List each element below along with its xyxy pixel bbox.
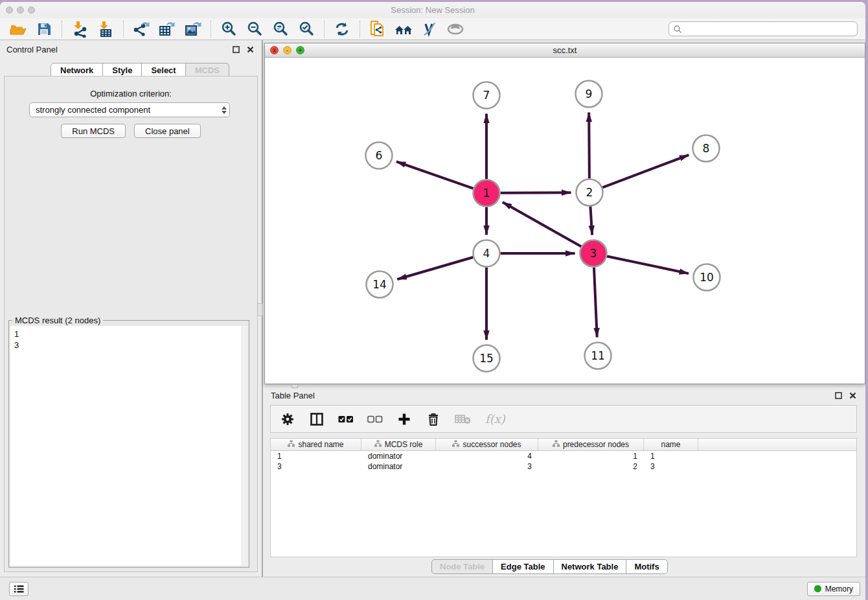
zoom-out-icon (246, 21, 263, 38)
memory-status-icon (814, 585, 821, 592)
tab-motifs[interactable]: Motifs (626, 559, 667, 574)
close-panel-button[interactable]: Close panel (134, 124, 201, 138)
search-box[interactable] (668, 21, 858, 36)
graph-node-8[interactable]: 8 (693, 135, 720, 162)
show-columns-button[interactable] (309, 411, 325, 428)
graph-edge-1-6[interactable] (396, 161, 474, 189)
network-window-titlebar[interactable]: x - + scc.txt (265, 43, 865, 58)
memory-button[interactable]: Memory (807, 582, 860, 596)
table-toolbar: f(x) (270, 405, 857, 433)
vertical-splitter-handle[interactable] (257, 303, 263, 316)
run-mcds-button[interactable]: Run MCDS (61, 124, 126, 138)
minimize-window-icon[interactable] (17, 6, 24, 14)
frame-maximize-icon[interactable]: + (296, 46, 304, 54)
float-table-panel-icon[interactable] (833, 390, 843, 400)
graph-edge-3-1[interactable] (503, 202, 581, 246)
column-header-name[interactable]: name (644, 439, 698, 450)
frame-close-icon[interactable]: x (270, 46, 279, 54)
tab-node-table[interactable]: Node Table (431, 559, 493, 574)
table-panel-tabs: Node TableEdge TableNetwork TableMotifs (431, 559, 668, 574)
table-cell: dominator (361, 461, 436, 472)
optimization-criterion-select[interactable]: strongly connected component (29, 102, 230, 117)
zoom-in-icon (220, 21, 237, 38)
apply-layout-button[interactable] (330, 20, 354, 38)
graph-node-10[interactable]: 10 (694, 264, 720, 291)
float-panel-icon[interactable] (231, 44, 241, 54)
network-canvas[interactable]: 7968124314101511 (265, 58, 865, 384)
duplicate-network-button[interactable] (366, 20, 389, 38)
mcds-result-textarea[interactable]: 1 3 (10, 326, 247, 566)
graph-edge-2-3[interactable] (590, 206, 592, 235)
function-builder-button[interactable]: f(x) (485, 411, 505, 428)
table-row[interactable]: 3dominator323 (271, 461, 856, 472)
graph-node-11[interactable]: 11 (585, 343, 611, 369)
search-input[interactable] (682, 25, 853, 34)
table-cell: 1 (644, 451, 698, 461)
toolbar-separator (211, 21, 211, 38)
graph-edge-3-11[interactable] (594, 267, 597, 337)
open-file-button[interactable] (6, 20, 30, 38)
column-header-predecessor-nodes[interactable]: predecessor nodes (538, 439, 644, 450)
birds-eye-view-icon (446, 21, 464, 37)
frame-minimize-icon[interactable]: - (283, 46, 291, 54)
graph-node-14[interactable]: 14 (367, 271, 393, 298)
column-header-shared-name[interactable]: shared name (271, 439, 361, 450)
graph-node-4[interactable]: 4 (474, 240, 500, 267)
gear-button[interactable] (280, 411, 295, 428)
select-stepper-icon (218, 103, 229, 117)
node-label: 3 (590, 247, 597, 260)
import-network-button[interactable] (68, 20, 91, 38)
graph-node-15[interactable]: 15 (474, 345, 500, 372)
zoom-out-button[interactable] (243, 20, 266, 38)
tab-edge-table[interactable]: Edge Table (492, 559, 553, 574)
import-network-icon (71, 21, 88, 38)
birds-eye-view-button[interactable] (444, 20, 467, 38)
tab-network-table[interactable]: Network Table (553, 559, 627, 574)
import-table-button[interactable] (94, 20, 117, 38)
close-window-icon[interactable] (6, 6, 13, 14)
column-header-MCDS-role[interactable]: MCDS role (361, 439, 436, 450)
export-image-button[interactable] (181, 20, 205, 38)
node-table: shared nameMCDS rolesuccessor nodesprede… (270, 438, 857, 557)
graph-node-1[interactable]: 1 (474, 180, 500, 207)
export-network-icon (132, 21, 150, 38)
save-session-button[interactable] (32, 20, 56, 38)
column-header-successor-nodes[interactable]: successor nodes (436, 439, 538, 450)
memory-label: Memory (825, 584, 853, 594)
export-table-button[interactable] (155, 20, 179, 38)
graph-edge-2-8[interactable] (602, 155, 689, 187)
graph-edge-1-2[interactable] (500, 192, 571, 193)
select-all-button[interactable] (338, 411, 354, 428)
column-label: successor nodes (463, 440, 521, 449)
close-panel-icon[interactable] (245, 44, 255, 54)
list-icon (14, 584, 24, 594)
delete-column-button[interactable] (426, 411, 441, 428)
table-row[interactable]: 1dominator411 (271, 451, 856, 461)
graph-node-6[interactable]: 6 (366, 143, 393, 169)
node-label: 6 (376, 149, 383, 162)
show-all-networks-button[interactable] (392, 20, 415, 38)
graph-edge-3-10[interactable] (607, 256, 689, 273)
graph-node-9[interactable]: 9 (576, 81, 602, 108)
graph-node-7[interactable]: 7 (474, 82, 500, 109)
toolbar-separator (324, 21, 325, 38)
graph-edge-2-9[interactable] (589, 112, 589, 178)
hide-graphics-details-button[interactable] (418, 20, 441, 38)
zoom-in-button[interactable] (217, 20, 240, 38)
zoom-selected-button[interactable] (295, 20, 318, 38)
delete-table-button[interactable] (455, 411, 472, 428)
close-table-panel-icon[interactable] (847, 390, 858, 400)
graph-edge-4-14[interactable] (397, 257, 473, 279)
graph-node-3[interactable]: 3 (580, 240, 607, 267)
graph-node-2[interactable]: 2 (577, 179, 603, 206)
result-scrollbar[interactable] (242, 326, 247, 566)
duplicate-network-icon (369, 20, 387, 38)
export-network-button[interactable] (130, 20, 153, 38)
zoom-fit-button[interactable] (269, 20, 292, 38)
deselect-all-button[interactable] (367, 411, 383, 428)
task-history-button[interactable] (9, 582, 29, 596)
search-icon (673, 25, 682, 34)
namespace-icon (374, 440, 382, 449)
add-column-button[interactable] (396, 411, 412, 428)
zoom-window-icon[interactable] (28, 6, 35, 14)
